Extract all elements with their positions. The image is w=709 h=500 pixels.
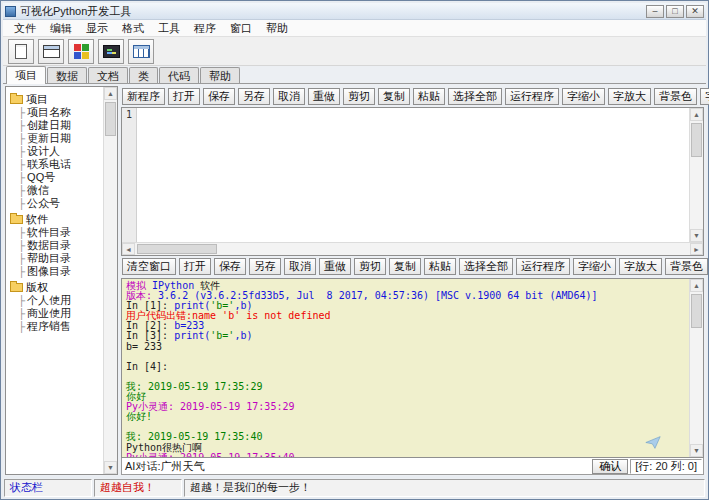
bg-color-button[interactable]: 背景色 — [665, 258, 708, 275]
tree-line-icon — [18, 308, 25, 319]
console-line: 我: 2019-05-19 17:35:29 — [126, 382, 689, 392]
run-program-button[interactable]: 运行程序 — [505, 88, 559, 105]
scroll-thumb[interactable] — [105, 102, 116, 136]
scroll-down-icon[interactable] — [690, 229, 703, 242]
menu-tools[interactable]: 工具 — [151, 20, 187, 37]
tab-project[interactable]: 项目 — [6, 66, 46, 84]
status-cell-1: 超越自我！ — [94, 479, 182, 497]
menu-program[interactable]: 程序 — [187, 20, 223, 37]
tree-group-license[interactable]: 版权 — [9, 280, 103, 294]
undo-button[interactable]: 取消 — [284, 258, 316, 275]
select-all-button[interactable]: 选择全部 — [448, 88, 502, 105]
tree-group-project[interactable]: 项目 — [9, 92, 103, 106]
save-button[interactable]: 保存 — [203, 88, 235, 105]
menu-format[interactable]: 格式 — [115, 20, 151, 37]
tree-scrollbar[interactable] — [103, 87, 117, 474]
new-file-button[interactable] — [8, 39, 34, 64]
scroll-track[interactable] — [690, 292, 703, 444]
scroll-thumb[interactable] — [691, 123, 702, 157]
tab-class[interactable]: 类 — [129, 67, 158, 83]
scroll-left-icon[interactable] — [122, 243, 135, 255]
confirm-button[interactable]: 确认 — [592, 459, 628, 474]
tab-data[interactable]: 数据 — [47, 67, 87, 83]
console-line: 用户代码出错:name 'b' is not defined — [126, 311, 689, 321]
code-console-button[interactable] — [98, 39, 124, 64]
font-smaller-button[interactable]: 字缩小 — [562, 88, 605, 105]
tab-code[interactable]: 代码 — [159, 67, 199, 83]
code-editor-frame: 1 — [121, 107, 704, 256]
copy-button[interactable]: 复制 — [389, 258, 421, 275]
new-form-button[interactable] — [38, 39, 64, 64]
font-smaller-button[interactable]: 字缩小 — [573, 258, 616, 275]
select-all-button[interactable]: 选择全部 — [459, 258, 513, 275]
cut-button[interactable]: 剪切 — [343, 88, 375, 105]
paste-button[interactable]: 粘贴 — [424, 258, 456, 275]
tab-document[interactable]: 文档 — [88, 67, 128, 83]
font-larger-button[interactable]: 字放大 — [608, 88, 651, 105]
app-window: 可视化Python开发工具 – □ ✕ 文件编辑显示格式工具程序窗口帮助 项目数… — [0, 0, 709, 500]
menu-help[interactable]: 帮助 — [259, 20, 295, 37]
color-tools-button[interactable] — [68, 39, 94, 64]
copy-button[interactable]: 复制 — [378, 88, 410, 105]
console-vscrollbar[interactable] — [689, 279, 703, 457]
editor-toolbar: 新程序打开保存另存取消重做剪切复制粘贴选择全部运行程序字缩小字放大背景色字体色 — [121, 86, 704, 107]
scroll-thumb[interactable] — [137, 244, 217, 254]
scroll-thumb[interactable] — [691, 294, 702, 328]
scroll-up-icon[interactable] — [690, 108, 703, 121]
scroll-down-icon[interactable] — [104, 461, 117, 474]
scroll-track[interactable] — [104, 100, 117, 461]
open-button[interactable]: 打开 — [179, 258, 211, 275]
close-button[interactable]: ✕ — [686, 5, 704, 18]
scroll-down-icon[interactable] — [690, 444, 703, 457]
save-button[interactable]: 保存 — [214, 258, 246, 275]
cut-button[interactable]: 剪切 — [354, 258, 386, 275]
clear-window-button[interactable]: 清空窗口 — [122, 258, 176, 275]
main-toolbar — [3, 37, 706, 66]
console-output[interactable]: 模拟 IPython 软件版本: 3.6.2 (v3.6.2:5fd33b5, … — [122, 279, 689, 457]
tab-help[interactable]: 帮助 — [200, 67, 240, 83]
tree-line-icon — [18, 133, 25, 144]
tree-item[interactable]: 公众号 — [9, 197, 103, 210]
maximize-button[interactable]: □ — [666, 5, 684, 18]
window-title: 可视化Python开发工具 — [20, 4, 646, 19]
paste-button[interactable]: 粘贴 — [413, 88, 445, 105]
status-bar: 状态栏超越自我！超越！是我们的每一步！ — [3, 478, 706, 497]
undo-button[interactable]: 取消 — [273, 88, 305, 105]
menu-edit[interactable]: 编辑 — [43, 20, 79, 37]
run-program-button[interactable]: 运行程序 — [516, 258, 570, 275]
tree-item[interactable]: 联系电话 — [9, 158, 103, 171]
redo-button[interactable]: 重做 — [319, 258, 351, 275]
tree-item[interactable]: QQ号 — [9, 171, 103, 184]
editor-vscrollbar[interactable] — [689, 108, 703, 242]
console-line: Py小灵通: 2019-05-19 17:35:40 — [126, 453, 689, 457]
title-bar[interactable]: 可视化Python开发工具 – □ ✕ — [3, 3, 706, 20]
minimize-button[interactable]: – — [646, 5, 664, 18]
bg-color-button[interactable]: 背景色 — [654, 88, 697, 105]
font-larger-button[interactable]: 字放大 — [619, 258, 662, 275]
open-button[interactable]: 打开 — [168, 88, 200, 105]
editor-hscrollbar[interactable] — [122, 242, 703, 255]
scroll-track[interactable] — [135, 243, 690, 255]
tree-item[interactable]: 图像目录 — [9, 265, 103, 278]
folder-icon — [10, 215, 23, 224]
data-table-button[interactable] — [128, 39, 154, 64]
scroll-right-icon[interactable] — [690, 243, 703, 255]
save-as-button[interactable]: 另存 — [249, 258, 281, 275]
tree-line-icon — [18, 227, 25, 238]
menu-file[interactable]: 文件 — [7, 20, 43, 37]
send-plane-icon[interactable] — [645, 434, 661, 453]
ai-chat-input[interactable] — [160, 459, 592, 473]
redo-button[interactable]: 重做 — [308, 88, 340, 105]
new-program-button[interactable]: 新程序 — [122, 88, 165, 105]
tree-line-icon — [18, 120, 25, 131]
save-as-button[interactable]: 另存 — [238, 88, 270, 105]
scroll-up-icon[interactable] — [690, 279, 703, 292]
code-editor[interactable] — [137, 108, 689, 242]
tree-group-software[interactable]: 软件 — [9, 212, 103, 226]
menu-view[interactable]: 显示 — [79, 20, 115, 37]
scroll-up-icon[interactable] — [104, 87, 117, 100]
tree-item[interactable]: 程序销售 — [9, 320, 103, 333]
scroll-track[interactable] — [690, 121, 703, 229]
font-color-button[interactable]: 字体色 — [700, 88, 709, 105]
menu-window[interactable]: 窗口 — [223, 20, 259, 37]
